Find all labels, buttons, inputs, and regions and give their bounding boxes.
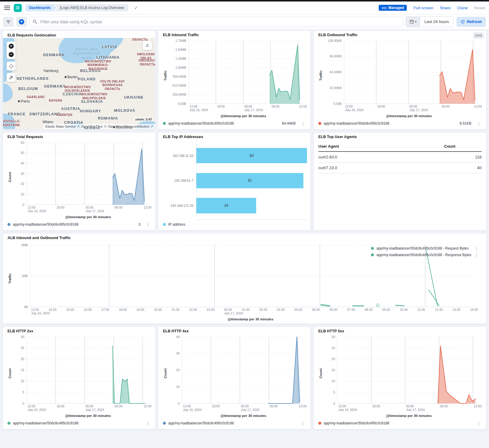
svg-text:06:00: 06:00 [114, 206, 122, 209]
panel-title[interactable]: ELB HTTP 5xx [318, 329, 482, 333]
elb-http-4xx-chart[interactable]: 01020304012:00July 16, 202418:0000:00Jul… [168, 334, 306, 413]
svg-text:18:00: 18:00 [377, 105, 385, 108]
svg-text:50: 50 [21, 151, 24, 155]
kebab-menu-icon[interactable]: ⋮ [476, 420, 482, 426]
panel-title[interactable]: ELB Inbound Traffic [163, 33, 306, 37]
kebab-menu-icon[interactable]: ⋮ [300, 420, 306, 426]
managed-badge[interactable]: Managed [379, 5, 407, 11]
map-country-label: BELGIUM [18, 87, 38, 91]
panel-title[interactable]: ELB Outbound Traffic [318, 33, 482, 37]
elb-total-requests-chart[interactable]: 010203040506012:00July 16, 202418:0000:0… [12, 140, 151, 214]
map-region-label: SAARLAND [27, 95, 45, 99]
map-attribution[interactable]: Elastic Maps Service ↗, OpenMapTiles ↗, … [43, 124, 155, 129]
bar-value-label: 61 [248, 178, 252, 183]
reset-button[interactable]: Reset [474, 6, 485, 10]
svg-text:12:00: 12:00 [474, 404, 482, 408]
svg-text:20: 20 [331, 357, 335, 361]
svg-text:00:00: 00:00 [244, 105, 252, 108]
svg-text:18:00: 18:00 [212, 404, 220, 408]
map-region-label: VOLYN OBLAST ВОЛИНСЬКА ОБЛАСТЬ [100, 80, 125, 91]
wrench-icon [9, 75, 13, 80]
svg-text:0.00B: 0.00B [334, 102, 342, 105]
map-tools-button[interactable] [7, 73, 16, 82]
bar[interactable]: 63 [196, 148, 307, 163]
elb-inbound-traffic-chart[interactable]: 0.00B256.00KB512.00KB768.00KB1.00MB1.25M… [168, 38, 306, 113]
elb-http-2xx-chart[interactable]: 05101520253012:00July 16, 202418:0000:00… [12, 334, 151, 413]
svg-text:30: 30 [331, 335, 335, 339]
set-view-button[interactable] [7, 62, 16, 71]
elb-outbound-traffic-chart[interactable]: 0.00B32.00KB64.00KB96.00KB128.00KB12:00J… [323, 38, 482, 113]
chart-legend: app/my-loadbalancer/50dc6c495c0c9188⋮ [318, 418, 482, 427]
zoom-out-button[interactable]: − [9, 52, 14, 57]
bar[interactable]: 34 [196, 198, 256, 213]
legend-label[interactable]: IP address [168, 221, 185, 227]
clone-button[interactable]: Clone [457, 6, 467, 10]
elb-top-ip-bar-chart[interactable]: 192.168.11.3363192.168.61.761192.168.171… [163, 140, 307, 219]
svg-text:01:30: 01:30 [242, 308, 250, 311]
time-range-value[interactable]: Last 24 hours [420, 17, 453, 27]
kebab-menu-icon[interactable]: ⋮ [474, 252, 479, 258]
map-city-label: Milano [42, 120, 53, 124]
svg-text:12:00: 12:00 [27, 206, 35, 209]
zoom-in-button[interactable]: + [9, 44, 14, 49]
svg-text:12:00: 12:00 [299, 404, 306, 408]
calendar-button[interactable]: ▾ [406, 17, 420, 27]
menu-icon[interactable] [4, 6, 10, 10]
table-cell: 40 [444, 163, 482, 173]
legend-label[interactable]: app/my-loadbalancer/50dc6c495c0c9188 - R… [376, 245, 468, 251]
panel-title[interactable]: ELB Top IP Addresses [163, 135, 307, 139]
panel-elb-http-2xx: ELB HTTP 2xx Count 05101520253012:00July… [2, 326, 156, 429]
svg-text:10: 10 [331, 379, 335, 383]
table-row[interactable]: curl/2.63.0118 [318, 152, 482, 163]
chart-legend: app/my-loadbalancer/50dc6c495c0c918894.4… [163, 119, 306, 128]
kebab-menu-icon[interactable]: ⋮ [300, 120, 306, 126]
share-button[interactable]: Share [440, 6, 450, 10]
kql-search-input[interactable] [40, 19, 400, 25]
table-row[interactable]: curl/7.23.040 [318, 163, 482, 173]
legend-dot [371, 247, 374, 250]
kebab-menu-icon[interactable]: ⋮ [474, 245, 479, 251]
svg-text:18:00: 18:00 [56, 206, 64, 209]
legend-label[interactable]: app/my-loadbalancer/50dc6c495c0c9188 [324, 420, 389, 426]
legend-label[interactable]: app/my-loadbalancer/50dc6c495c0c9188 [13, 420, 79, 426]
panel-title[interactable]: ALB Inbound and Outbound Traffic [7, 236, 482, 240]
panel-title[interactable]: ELB Total Requests [7, 135, 151, 139]
filter-menu-button[interactable] [3, 17, 14, 27]
table-cell: curl/7.23.0 [318, 163, 444, 173]
full-screen-button[interactable]: Full screen [413, 6, 433, 10]
bar[interactable]: 61 [196, 173, 303, 188]
legend-label[interactable]: app/my-loadbalancer/50dc6c495c0c9188 [13, 221, 79, 227]
kebab-menu-icon[interactable]: ⋮ [145, 420, 151, 426]
legend-label[interactable]: app/my-loadbalancer/50dc6c495c0c9188 [324, 120, 389, 126]
panel-title[interactable]: ELB HTTP 2xx [7, 329, 151, 333]
svg-text:0B: 0B [24, 305, 28, 309]
panel-title[interactable]: ELB HTTP 4xx [163, 329, 306, 333]
svg-text:00:30: 00:30 [224, 308, 232, 311]
svg-text:04:30: 04:30 [294, 308, 302, 311]
svg-text:19:30: 19:30 [136, 308, 144, 311]
legend-label[interactable]: app/my-loadbalancer/50dc6c495c0c9188 - R… [376, 252, 471, 258]
panel-title[interactable]: ELB Top User Agents [318, 135, 482, 139]
elb-http-5xx-chart[interactable]: 05101520253012:00July 16, 202418:0000:00… [323, 334, 482, 413]
panel-elb-http-4xx: ELB HTTP 4xx Count 01020304012:00July 16… [158, 326, 311, 429]
svg-text:18:00: 18:00 [372, 404, 380, 408]
space-avatar[interactable]: D [14, 4, 22, 12]
legend-label[interactable]: app/my-loadbalancer/50dc6c495c0c9188 [168, 120, 234, 126]
map-country-label: HUNGARY [80, 109, 101, 114]
add-filter-button[interactable]: + [16, 17, 27, 27]
panel-title[interactable]: ELB Requests Geolocation [7, 33, 56, 37]
map-warning-button[interactable]: ⚠ [143, 41, 152, 50]
kebab-menu-icon[interactable]: ⋮ [476, 120, 482, 126]
legend-item: app/my-loadbalancer/50dc6c495c0c91883⋮ [7, 221, 151, 227]
breadcrumb-dashboard-title[interactable]: [Logs AWS] ELB Access Log Overview [54, 4, 128, 11]
saved-check-icon: ✓ [134, 5, 138, 10]
table-header[interactable]: User Agent [318, 141, 444, 152]
map-canvas[interactable]: + − ⚠ zoom: 3.47 Elastic Maps Service ↗,… [3, 38, 155, 129]
breadcrumb-dashboards[interactable]: Dashboards [25, 4, 56, 11]
kebab-menu-icon[interactable]: ⋮ [145, 221, 151, 227]
svg-text:15: 15 [331, 368, 335, 372]
table-header[interactable]: Count [444, 141, 482, 152]
legend-label[interactable]: app/my-loadbalancer/50dc6c495c0c9188 [168, 420, 234, 426]
refresh-button[interactable]: Refresh [456, 17, 486, 27]
svg-text:60: 60 [21, 141, 24, 144]
